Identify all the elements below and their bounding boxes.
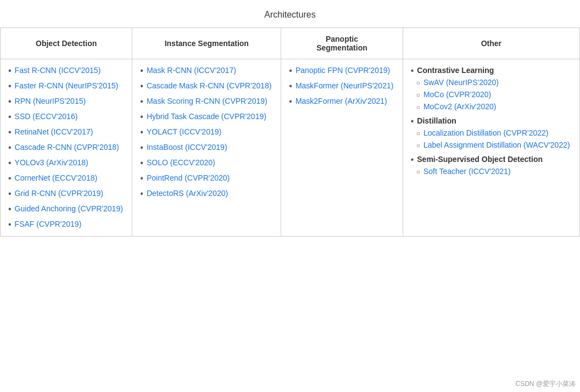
- list-item: •Fast R-CNN (ICCV'2015): [8, 66, 124, 76]
- list-item: •YOLACT (ICCV'2019): [140, 127, 273, 137]
- bullet-icon: •: [8, 127, 12, 137]
- sub-list-item: ○Soft Teacher (ICCV'2021): [416, 167, 511, 176]
- group-label-0: Contrastive Learning: [417, 66, 494, 75]
- sub-bullet-icon: ○: [416, 79, 420, 87]
- bullet-icon: •: [140, 173, 143, 183]
- list-item: •MaskFormer (NeurIPS'2021): [289, 81, 394, 91]
- instance-link-0[interactable]: Mask R-CNN (ICCV'2017): [147, 66, 236, 75]
- group-label-2: Semi-Supervised Object Detection: [417, 155, 543, 164]
- list-item: •Cascade R-CNN (CVPR'2018): [8, 143, 124, 153]
- sub-bullet-icon: ○: [416, 168, 420, 176]
- list-item: •RetinaNet (ICCV'2017): [8, 127, 124, 137]
- list-item: •Guided Anchoring (CVPR'2019): [8, 204, 124, 214]
- detection-link-7[interactable]: CornerNet (ECCV'2018): [15, 173, 98, 182]
- bullet-icon: •: [140, 127, 143, 137]
- panoptic-link-2[interactable]: Mask2Former (ArXiv'2021): [295, 97, 387, 105]
- list-item: •DetectoRS (ArXiv'2020): [140, 189, 273, 199]
- bullet-icon: •: [289, 81, 292, 91]
- instance-link-7[interactable]: PointRend (CVPR'2020): [147, 173, 230, 182]
- other-link-2-0[interactable]: Soft Teacher (ICCV'2021): [423, 167, 511, 176]
- col-object-detection: •Fast R-CNN (ICCV'2015)•Faster R-CNN (Ne…: [1, 59, 132, 237]
- list-item: •Mask Scoring R-CNN (CVPR'2019): [140, 97, 273, 107]
- bullet-icon: •: [411, 66, 414, 76]
- other-link-0-0[interactable]: SwAV (NeurIPS'2020): [423, 78, 499, 87]
- panoptic-link-0[interactable]: Panoptic FPN (CVPR'2019): [295, 66, 390, 75]
- col-other: •Contrastive Learning○SwAV (NeurIPS'2020…: [403, 59, 579, 237]
- bullet-icon: •: [140, 189, 143, 199]
- detection-link-1[interactable]: Faster R-CNN (NeurIPS'2015): [15, 81, 119, 90]
- sub-bullet-icon: ○: [416, 142, 420, 149]
- bullet-icon: •: [411, 116, 414, 126]
- bullet-icon: •: [8, 158, 12, 168]
- bullet-icon: •: [8, 112, 12, 122]
- watermark: CSDN @爱宇小菜涛: [515, 379, 576, 389]
- other-link-1-0[interactable]: Localization Distillation (CVPR'2022): [423, 128, 549, 137]
- instance-link-6[interactable]: SOLO (ECCV'2020): [147, 158, 215, 167]
- group-item-1: •Distillation○Localization Distillation …: [411, 116, 572, 149]
- detection-link-6[interactable]: YOLOv3 (ArXiv'2018): [15, 158, 88, 167]
- bullet-icon: •: [140, 143, 143, 153]
- bullet-icon: •: [140, 158, 143, 168]
- group-item-0: •Contrastive Learning○SwAV (NeurIPS'2020…: [411, 66, 572, 111]
- sub-list-item: ○SwAV (NeurIPS'2020): [416, 78, 499, 87]
- detection-link-10[interactable]: FSAF (CVPR'2019): [15, 220, 82, 228]
- instance-link-1[interactable]: Cascade Mask R-CNN (CVPR'2018): [147, 81, 272, 90]
- instance-link-2[interactable]: Mask Scoring R-CNN (CVPR'2019): [147, 97, 267, 105]
- sub-bullet-icon: ○: [416, 103, 420, 111]
- architectures-table: Object DetectionInstance SegmentationPan…: [0, 27, 580, 237]
- list-item: •InstaBoost (ICCV'2019): [140, 143, 273, 153]
- bullet-icon: •: [8, 173, 12, 183]
- list-item: •Faster R-CNN (NeurIPS'2015): [8, 81, 124, 91]
- list-item: •Hybrid Task Cascade (CVPR'2019): [140, 112, 273, 122]
- col-header-3: Other: [403, 28, 579, 59]
- list-item: •CornerNet (ECCV'2018): [8, 173, 124, 183]
- detection-link-8[interactable]: Grid R-CNN (CVPR'2019): [15, 189, 103, 198]
- bullet-icon: •: [8, 220, 12, 229]
- detection-link-9[interactable]: Guided Anchoring (CVPR'2019): [15, 204, 123, 213]
- sub-list-item: ○Localization Distillation (CVPR'2022): [416, 128, 570, 137]
- sub-bullet-icon: ○: [416, 130, 420, 137]
- bullet-icon: •: [289, 66, 292, 76]
- bullet-icon: •: [140, 112, 143, 122]
- col-panoptic-segmentation: •Panoptic FPN (CVPR'2019)•MaskFormer (Ne…: [281, 59, 403, 237]
- page-title: Architectures: [0, 0, 580, 27]
- list-item: •FSAF (CVPR'2019): [8, 220, 124, 229]
- bullet-icon: •: [8, 143, 12, 153]
- bullet-icon: •: [8, 189, 12, 199]
- list-item: •Mask R-CNN (ICCV'2017): [140, 66, 273, 76]
- list-item: •Mask2Former (ArXiv'2021): [289, 97, 394, 107]
- list-item: •RPN (NeurIPS'2015): [8, 97, 124, 107]
- sub-list-item: ○Label Assignment Distillation (WACV'202…: [416, 141, 570, 149]
- other-link-0-1[interactable]: MoCo (CVPR'2020): [423, 90, 491, 99]
- detection-link-2[interactable]: RPN (NeurIPS'2015): [15, 97, 86, 105]
- group-item-2: •Semi-Supervised Object Detection○Soft T…: [411, 155, 572, 176]
- sub-bullet-icon: ○: [416, 91, 420, 99]
- bullet-icon: •: [8, 97, 12, 107]
- list-item: •Panoptic FPN (CVPR'2019): [289, 66, 394, 76]
- bullet-icon: •: [8, 81, 12, 91]
- panoptic-link-1[interactable]: MaskFormer (NeurIPS'2021): [295, 81, 394, 90]
- instance-link-5[interactable]: InstaBoost (ICCV'2019): [147, 143, 227, 152]
- other-link-1-1[interactable]: Label Assignment Distillation (WACV'2022…: [423, 141, 570, 149]
- list-item: •SOLO (ECCV'2020): [140, 158, 273, 168]
- instance-link-4[interactable]: YOLACT (ICCV'2019): [147, 127, 221, 136]
- detection-link-4[interactable]: RetinaNet (ICCV'2017): [15, 127, 93, 136]
- list-item: •SSD (ECCV'2016): [8, 112, 124, 122]
- instance-link-3[interactable]: Hybrid Task Cascade (CVPR'2019): [147, 112, 266, 121]
- bullet-icon: •: [140, 81, 143, 91]
- list-item: •PointRend (CVPR'2020): [140, 173, 273, 183]
- detection-link-3[interactable]: SSD (ECCV'2016): [15, 112, 78, 121]
- col-header-0: Object Detection: [1, 28, 132, 59]
- group-label-1: Distillation: [417, 116, 456, 125]
- bullet-icon: •: [140, 66, 143, 76]
- table-container: Object DetectionInstance SegmentationPan…: [0, 27, 580, 237]
- col-instance-segmentation: •Mask R-CNN (ICCV'2017)•Cascade Mask R-C…: [132, 59, 281, 237]
- detection-link-5[interactable]: Cascade R-CNN (CVPR'2018): [15, 143, 119, 152]
- bullet-icon: •: [8, 66, 12, 76]
- other-link-0-2[interactable]: MoCov2 (ArXiv'2020): [423, 102, 497, 111]
- list-item: •Grid R-CNN (CVPR'2019): [8, 189, 124, 199]
- instance-link-8[interactable]: DetectoRS (ArXiv'2020): [147, 189, 228, 198]
- bullet-icon: •: [289, 97, 292, 107]
- page-wrapper: Architectures Object DetectionInstance S…: [0, 0, 580, 392]
- detection-link-0[interactable]: Fast R-CNN (ICCV'2015): [15, 66, 101, 75]
